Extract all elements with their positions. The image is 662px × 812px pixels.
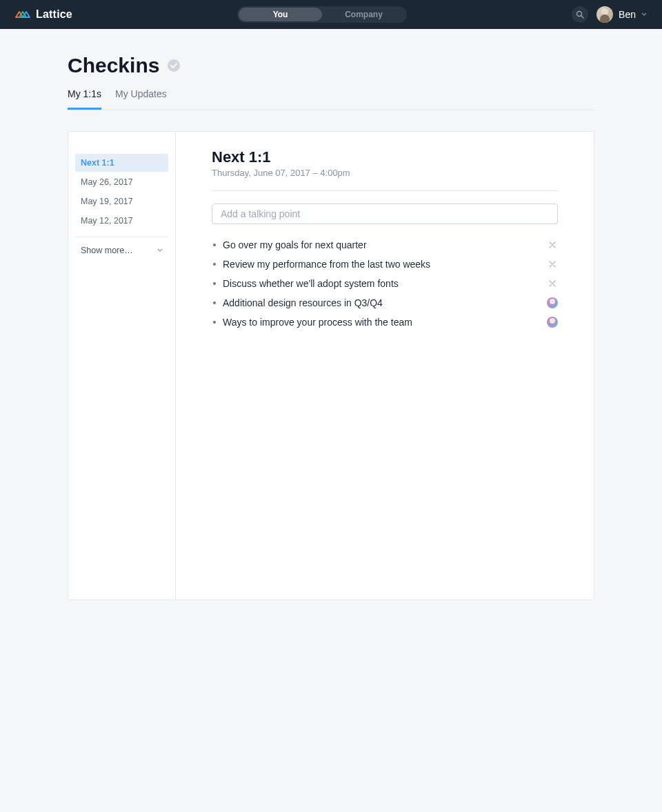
add-talking-point-input[interactable] bbox=[212, 204, 558, 224]
remove-point-button[interactable] bbox=[547, 278, 558, 289]
talking-points-list: Go over my goals for next quarter Review… bbox=[212, 235, 558, 332]
talking-point-text: Discuss whether we'll adopt system fonts bbox=[223, 278, 540, 289]
svg-point-2 bbox=[168, 59, 180, 72]
checkins-card: Next 1:1 May 26, 2017 May 19, 2017 May 1… bbox=[68, 131, 594, 600]
show-more-button[interactable]: Show more… bbox=[75, 243, 168, 258]
meeting-datetime: Thursday, June 07, 2017 – 4:00pm bbox=[212, 168, 558, 178]
show-more-label: Show more… bbox=[81, 246, 133, 255]
brand-name: Lattice bbox=[36, 8, 72, 21]
user-menu[interactable]: Ben bbox=[596, 6, 647, 23]
bullet-icon bbox=[213, 244, 216, 246]
user-avatar bbox=[596, 6, 613, 23]
talking-point-text: Additional design resources in Q3/Q4 bbox=[223, 297, 540, 308]
meeting-list-sidebar: Next 1:1 May 26, 2017 May 19, 2017 May 1… bbox=[68, 132, 176, 600]
bullet-icon bbox=[213, 282, 216, 285]
toggle-you[interactable]: You bbox=[239, 8, 322, 21]
avatar-icon bbox=[547, 317, 558, 328]
divider bbox=[212, 190, 558, 191]
tab-my-1on1s[interactable]: My 1:1s bbox=[68, 88, 101, 110]
remove-point-button[interactable] bbox=[547, 239, 558, 250]
close-icon bbox=[549, 241, 556, 248]
top-navbar: Lattice You Company Ben bbox=[0, 0, 662, 29]
verified-check-icon bbox=[168, 59, 180, 72]
brand-logo[interactable]: Lattice bbox=[15, 8, 72, 21]
talking-point-row: Ways to improve your process with the te… bbox=[212, 313, 558, 332]
point-author-avatar[interactable] bbox=[547, 317, 558, 328]
talking-point-text: Ways to improve your process with the te… bbox=[223, 317, 540, 328]
bullet-icon bbox=[213, 321, 216, 324]
lattice-logomark-icon bbox=[15, 9, 30, 20]
avatar-icon bbox=[547, 297, 558, 308]
caret-down-icon bbox=[641, 12, 647, 17]
user-name-label: Ben bbox=[619, 9, 636, 20]
page-title: Checkins bbox=[68, 54, 159, 77]
sidebar-item-date[interactable]: May 12, 2017 bbox=[75, 212, 168, 230]
page-header: Checkins bbox=[68, 54, 594, 77]
page-container: Checkins My 1:1s My Updates Next 1:1 May… bbox=[68, 29, 594, 600]
caret-down-icon bbox=[157, 248, 163, 252]
page-tabs: My 1:1s My Updates bbox=[68, 88, 594, 110]
talking-point-row: Additional design resources in Q3/Q4 bbox=[212, 293, 558, 313]
svg-line-1 bbox=[581, 16, 583, 18]
toggle-company[interactable]: Company bbox=[322, 8, 405, 21]
talking-point-row: Review my performance from the last two … bbox=[212, 255, 558, 274]
sidebar-item-next[interactable]: Next 1:1 bbox=[75, 154, 168, 172]
bullet-icon bbox=[213, 301, 216, 304]
talking-point-text: Review my performance from the last two … bbox=[223, 259, 540, 270]
remove-point-button[interactable] bbox=[547, 259, 558, 270]
search-icon bbox=[576, 10, 584, 19]
sidebar-divider bbox=[75, 237, 168, 237]
meeting-detail: Next 1:1 Thursday, June 07, 2017 – 4:00p… bbox=[176, 132, 594, 600]
meeting-title: Next 1:1 bbox=[212, 148, 558, 166]
talking-point-text: Go over my goals for next quarter bbox=[223, 239, 540, 250]
search-button[interactable] bbox=[572, 6, 588, 23]
sidebar-item-date[interactable]: May 26, 2017 bbox=[75, 173, 168, 191]
sidebar-item-date[interactable]: May 19, 2017 bbox=[75, 192, 168, 210]
view-toggle: You Company bbox=[237, 6, 407, 23]
bullet-icon bbox=[213, 263, 216, 266]
topbar-right: Ben bbox=[572, 6, 647, 23]
point-author-avatar[interactable] bbox=[547, 297, 558, 308]
talking-point-row: Discuss whether we'll adopt system fonts bbox=[212, 274, 558, 293]
talking-point-row: Go over my goals for next quarter bbox=[212, 235, 558, 255]
tab-my-updates[interactable]: My Updates bbox=[115, 88, 167, 110]
close-icon bbox=[549, 261, 556, 268]
svg-point-0 bbox=[577, 12, 582, 17]
close-icon bbox=[549, 280, 556, 287]
